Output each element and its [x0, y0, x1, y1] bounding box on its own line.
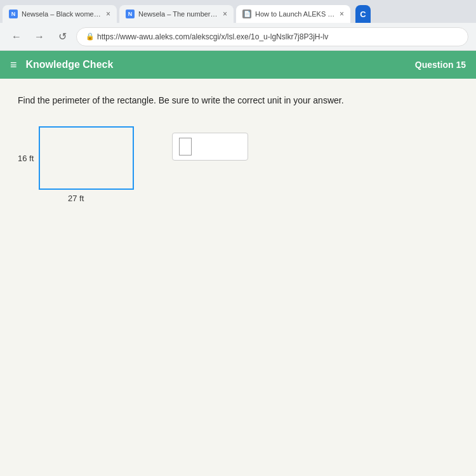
- answer-box[interactable]: [172, 133, 248, 161]
- address-input[interactable]: 🔒 https://www-awu.aleks.com/alekscgi/x/l…: [76, 27, 468, 46]
- back-button[interactable]: ←: [8, 28, 25, 46]
- height-label: 16 ft: [18, 154, 34, 163]
- rect-with-label: 16 ft: [18, 126, 134, 190]
- tab-label-2: Newsela – The number of p...: [138, 10, 219, 18]
- problem-text: Find the perimeter of the rectangle. Be …: [18, 94, 458, 107]
- url-text: https://www-awu.aleks.com/alekscgi/x/lsl…: [97, 32, 328, 41]
- diagram-area: 16 ft 27 ft: [18, 126, 458, 203]
- answer-input-field[interactable]: [179, 138, 192, 155]
- menu-icon[interactable]: ≡: [10, 58, 17, 72]
- rectangle-shape: [39, 126, 134, 190]
- tab-close-3[interactable]: ×: [340, 10, 344, 18]
- tab-icon-3: 📄: [242, 10, 251, 18]
- reload-button[interactable]: ↺: [53, 28, 71, 46]
- tab-label-3: How to Launch ALEKS usin...: [255, 10, 336, 18]
- width-label: 27 ft: [68, 194, 84, 203]
- tab-icon-1: N: [9, 10, 18, 18]
- tab-newsela-2[interactable]: N Newsela – The number of p... ×: [119, 5, 234, 23]
- question-label: Question 15: [415, 60, 466, 70]
- address-bar: ← → ↺ 🔒 https://www-awu.aleks.com/aleksc…: [0, 23, 476, 51]
- rectangle-container: 16 ft 27 ft: [18, 126, 134, 203]
- tab-close-1[interactable]: ×: [106, 10, 110, 18]
- lock-icon: 🔒: [86, 32, 95, 41]
- tab-icon-2: N: [126, 10, 135, 18]
- tab-label-1: Newsela – Black women pa...: [22, 10, 102, 18]
- tab-aleks[interactable]: 📄 How to Launch ALEKS usin... ×: [236, 5, 350, 23]
- tab-newsela-1[interactable]: N Newsela – Black women pa... ×: [3, 5, 117, 23]
- tab-close-2[interactable]: ×: [223, 10, 227, 18]
- tab-chrome[interactable]: C: [355, 5, 371, 23]
- aleks-header: ≡ Knowledge Check Question 15: [0, 51, 476, 79]
- tab-chrome-label: C: [360, 10, 366, 19]
- browser-window: N Newsela – Black women pa... × N Newsel…: [0, 0, 476, 476]
- content-area: Find the perimeter of the rectangle. Be …: [0, 79, 476, 476]
- header-title: Knowledge Check: [26, 59, 415, 70]
- tab-bar: N Newsela – Black women pa... × N Newsel…: [0, 0, 476, 23]
- forward-button[interactable]: →: [30, 28, 48, 46]
